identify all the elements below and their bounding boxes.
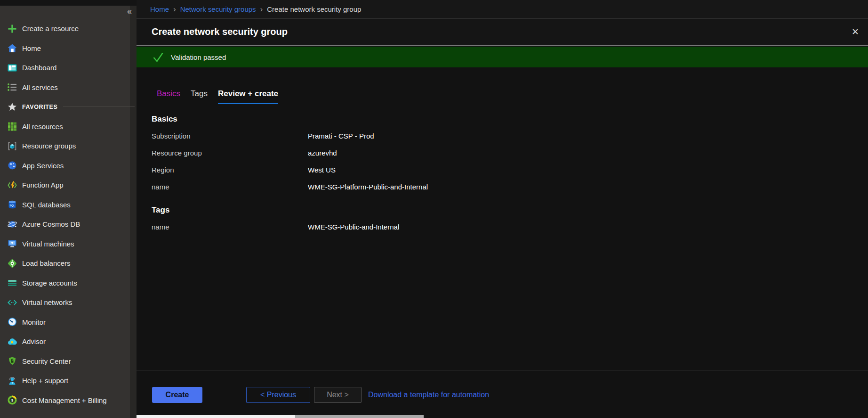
- sidebar-item-function-app[interactable]: Function App: [0, 175, 137, 195]
- sidebar-item-label: App Services: [22, 162, 64, 170]
- sidebar-item-label: Home: [22, 44, 41, 52]
- sidebar-item-label: Function App: [22, 181, 64, 189]
- dashboard-icon: [7, 63, 17, 73]
- breadcrumb-current-page: Create network security group: [267, 5, 361, 13]
- check-icon: [152, 51, 164, 63]
- sidebar-item-label: Help + support: [22, 377, 68, 385]
- section-heading-basics: Basics: [152, 111, 840, 128]
- row-value: West US: [308, 162, 336, 179]
- svg-text:SQL: SQL: [9, 204, 15, 207]
- shield-lock-icon: [7, 356, 17, 366]
- person-headset-icon: [7, 376, 17, 386]
- breadcrumb-network-security-groups-link[interactable]: Network security groups: [180, 5, 256, 13]
- sidebar-item-help-support[interactable]: Help + support: [0, 371, 137, 391]
- cube-brackets-icon: [7, 141, 17, 151]
- sidebar-item-label: Cost Management + Billing: [22, 396, 107, 404]
- sidebar-item-cost-management-billing[interactable]: $ Cost Management + Billing: [0, 391, 137, 410]
- main-content: Home › Network security groups › Create …: [137, 0, 868, 418]
- sidebar-section-favorites: FAVORITES: [0, 97, 137, 117]
- blade-header: Create network security group ✕: [137, 18, 868, 46]
- dollar-donut-icon: $: [7, 395, 17, 405]
- sidebar-item-label: Advisor: [22, 337, 46, 345]
- sidebar-item-label: Azure Cosmos DB: [22, 220, 80, 228]
- row-value: WME-SG-Public-and-Internal: [308, 219, 399, 236]
- sidebar-item-label: All services: [22, 83, 58, 91]
- breadcrumb-separator: ›: [260, 6, 263, 13]
- previous-button[interactable]: < Previous: [246, 387, 310, 403]
- sidebar-item-sql-databases[interactable]: SQL SQL databases: [0, 195, 137, 215]
- sidebar-item-label: Virtual networks: [22, 298, 72, 306]
- validation-banner: Validation passed: [137, 47, 868, 67]
- sidebar-item-security-center[interactable]: Security Center: [0, 352, 137, 371]
- lightning-icon: [7, 180, 17, 190]
- planet-icon: [7, 219, 17, 229]
- close-icon[interactable]: ✕: [849, 26, 861, 38]
- review-row-resource-group: Resource group azurevhd: [152, 145, 840, 162]
- sidebar-item-label: Storage accounts: [22, 279, 77, 287]
- review-summary: Basics Subscription Pramati - CSP - Prod…: [152, 111, 840, 236]
- sidebar-item-all-resources[interactable]: All resources: [0, 117, 137, 137]
- sidebar-item-all-services[interactable]: All services: [0, 78, 137, 98]
- breadcrumb: Home › Network security groups › Create …: [137, 0, 868, 18]
- sidebar-item-load-balancers[interactable]: Load balancers: [0, 254, 137, 273]
- home-icon: [7, 43, 17, 53]
- plus-icon: [7, 24, 17, 34]
- sql-cylinder-icon: SQL: [7, 199, 17, 210]
- breadcrumb-home-link[interactable]: Home: [150, 5, 169, 13]
- sidebar-item-azure-cosmos-db[interactable]: Azure Cosmos DB: [0, 214, 137, 234]
- review-row-name: name WME-SG-Platform-Public-and-Internal: [152, 179, 840, 196]
- tab-review-create[interactable]: Review + create: [218, 89, 278, 104]
- sidebar-collapse-button[interactable]: «: [127, 7, 132, 16]
- row-value: azurevhd: [308, 145, 337, 162]
- create-button[interactable]: Create: [152, 387, 202, 403]
- sidebar-item-advisor[interactable]: Advisor: [0, 332, 137, 352]
- resources-grid-icon: [7, 121, 17, 131]
- svg-text:$: $: [11, 398, 13, 402]
- sidebar-item-resource-groups[interactable]: Resource groups: [0, 136, 137, 156]
- advisor-cloud-icon: [7, 336, 17, 347]
- sidebar-item-virtual-machines[interactable]: Virtual machines: [0, 234, 137, 254]
- sidebar: « Create a resource Home Dashboard All s…: [0, 6, 137, 418]
- sidebar-item-label: Dashboard: [22, 64, 56, 72]
- row-label: Region: [152, 162, 308, 179]
- storage-bars-icon: [7, 278, 17, 288]
- sidebar-item-storage-accounts[interactable]: Storage accounts: [0, 273, 137, 293]
- sidebar-item-label: Security Center: [22, 357, 71, 365]
- row-value: WME-SG-Platform-Public-and-Internal: [308, 179, 428, 196]
- row-label: Subscription: [152, 128, 308, 145]
- sidebar-item-label: Create a resource: [22, 25, 79, 33]
- sidebar-item-dashboard[interactable]: Dashboard: [0, 58, 137, 78]
- tab-basics[interactable]: Basics: [157, 89, 180, 104]
- network-chevrons-icon: [7, 297, 17, 308]
- footer-actions: Create < Previous Next > Download a temp…: [152, 387, 859, 403]
- row-label: name: [152, 179, 308, 196]
- row-label: Resource group: [152, 145, 308, 162]
- sidebar-item-label: All resources: [22, 123, 63, 131]
- sidebar-item-label: Monitor: [22, 318, 46, 326]
- tab-bar: Basics Tags Review + create: [157, 89, 278, 104]
- vm-monitor-icon: [7, 238, 17, 249]
- next-button-disabled: Next >: [314, 387, 362, 403]
- sidebar-item-virtual-networks[interactable]: Virtual networks: [0, 293, 137, 312]
- globe-icon: [7, 160, 17, 171]
- validation-banner-text: Validation passed: [171, 53, 226, 61]
- row-value: Pramati - CSP - Prod: [308, 128, 374, 145]
- balancer-diamond-icon: [7, 258, 17, 269]
- breadcrumb-separator: ›: [173, 6, 176, 13]
- section-heading-tags: Tags: [152, 202, 840, 219]
- sidebar-item-home[interactable]: Home: [0, 39, 137, 58]
- tab-tags[interactable]: Tags: [191, 89, 208, 104]
- sidebar-item-monitor[interactable]: Monitor: [0, 312, 137, 332]
- bottom-edge-strip-dim: [295, 415, 424, 418]
- download-template-link[interactable]: Download a template for automation: [368, 387, 489, 403]
- footer-divider: [137, 370, 868, 370]
- sidebar-section-label: FAVORITES: [22, 104, 57, 110]
- sidebar-menu: Create a resource Home Dashboard All ser…: [0, 6, 137, 410]
- review-row-region: Region West US: [152, 162, 840, 179]
- sidebar-item-app-services[interactable]: App Services: [0, 156, 137, 176]
- sidebar-item-label: Resource groups: [22, 142, 76, 150]
- star-icon: [7, 102, 17, 112]
- sidebar-item-label: Load balancers: [22, 259, 71, 267]
- sidebar-item-create-a-resource[interactable]: Create a resource: [0, 19, 137, 39]
- bottom-edge-strip: [137, 415, 295, 418]
